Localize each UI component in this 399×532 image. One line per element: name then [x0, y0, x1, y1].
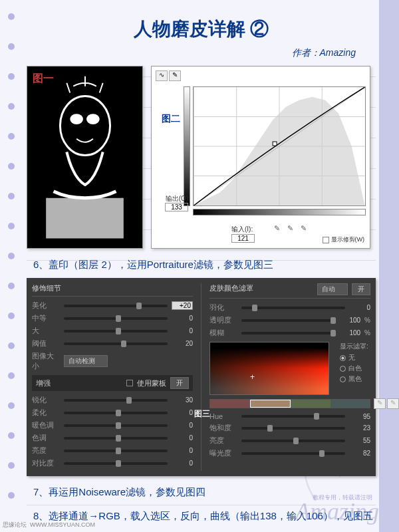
- contrast-slider[interactable]: [64, 462, 168, 465]
- color-hue-slider[interactable]: [241, 415, 345, 418]
- soften-slider[interactable]: [64, 412, 168, 414]
- color-exposure-slider[interactable]: [241, 452, 345, 455]
- use-mask-checkbox[interactable]: [126, 380, 133, 386]
- enhance-open-button[interactable]: 开: [170, 377, 189, 389]
- svg-point-3: [86, 114, 100, 124]
- radio-white[interactable]: [340, 366, 346, 372]
- eyedropper-black-icon[interactable]: ✎: [274, 224, 283, 233]
- color-sat-slider[interactable]: [241, 427, 345, 430]
- eyedropper-gray-icon[interactable]: ✎: [287, 224, 297, 233]
- input-value[interactable]: 121: [231, 234, 255, 243]
- input-label: 输入(I):: [231, 225, 253, 234]
- curve-mode-pencil-icon[interactable]: ✎: [169, 70, 181, 81]
- step-8-text: 8、选择通道→RGB，载入选区，反向，曲线（输出138，输入106），见图五: [33, 508, 376, 524]
- output-value[interactable]: 133: [165, 203, 188, 211]
- warmth-slider[interactable]: [64, 424, 168, 427]
- blur-slider[interactable]: [241, 332, 335, 334]
- brightness-slider[interactable]: [64, 450, 168, 452]
- feather-slider[interactable]: [241, 307, 345, 309]
- output-label: 输出(O):: [154, 194, 190, 203]
- eyedropper-icon[interactable]: ✎: [374, 398, 386, 409]
- author-line: 作者：Amazing: [27, 47, 376, 59]
- figure-1: 图一: [27, 66, 143, 249]
- figure-2-label: 图二: [162, 113, 180, 125]
- large-slider[interactable]: [64, 330, 168, 332]
- hue-range-bar[interactable]: ✎ ✎: [209, 399, 370, 408]
- output-gradient: [184, 86, 190, 206]
- opacity-slider[interactable]: [241, 319, 335, 322]
- portraiture-panel: 图三 修饰细节 美化+20 中等0 大0 阈值20 图像大小自动检测 增强 使用…: [27, 278, 376, 476]
- hue-slider[interactable]: [64, 437, 168, 440]
- detail-header: 修饰细节: [32, 283, 61, 293]
- page-margin: [379, 0, 399, 532]
- figure-1-label: 图一: [33, 72, 54, 86]
- step-6-text: 6、盖印（图层 2），运用Portraiture滤镜，参数见图三: [33, 257, 376, 273]
- skin-color-picker[interactable]: +: [209, 342, 329, 395]
- sharpen-slider[interactable]: [64, 399, 168, 402]
- mask-open-button[interactable]: 开: [352, 283, 370, 295]
- image-size-select[interactable]: 自动检测: [64, 355, 108, 367]
- medium-slider[interactable]: [64, 317, 168, 320]
- figure-3-label: 图三: [194, 408, 210, 420]
- svg-point-2: [70, 114, 83, 124]
- smoothing-slider[interactable]: [64, 305, 168, 307]
- radio-black[interactable]: [340, 376, 346, 382]
- curve-mode-spline-icon[interactable]: ∿: [156, 70, 168, 81]
- mask-header: 皮肤颜色滤罩: [209, 283, 253, 295]
- threshold-slider[interactable]: [64, 342, 168, 345]
- step-7-text: 7、再运用Noiseware滤镜，参数见图四: [33, 484, 376, 500]
- figure-2-curves: 图二 ∿ ✎ 输出(O): 133: [151, 66, 370, 249]
- eyedropper-white-icon[interactable]: ✎: [301, 224, 310, 233]
- color-bright-slider[interactable]: [241, 440, 345, 442]
- eyedropper-add-icon[interactable]: ✎: [387, 398, 399, 409]
- radio-none[interactable]: [340, 355, 346, 361]
- auto-select[interactable]: 自动: [317, 283, 348, 295]
- figure-1-art: [27, 66, 142, 247]
- show-clip-label: 显示修剪(W): [331, 235, 365, 244]
- page-title: 人物磨皮详解 ②: [27, 7, 376, 42]
- input-gradient: [193, 209, 366, 215]
- enhance-header: 增强: [36, 378, 51, 388]
- binder-holes: [8, 13, 19, 522]
- show-clip-checkbox[interactable]: [323, 237, 329, 243]
- svg-rect-12: [273, 142, 277, 146]
- curves-plot[interactable]: [193, 86, 366, 206]
